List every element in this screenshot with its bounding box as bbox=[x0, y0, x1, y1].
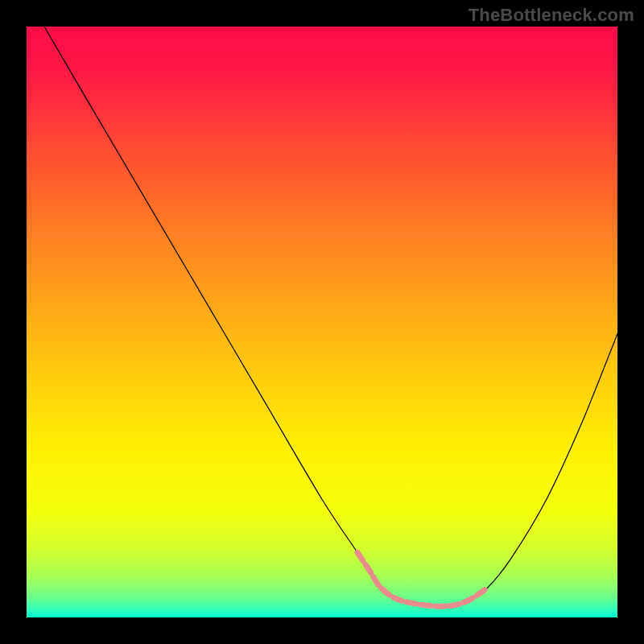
chart-svg bbox=[0, 0, 644, 644]
chart-frame: TheBottleneck.com bbox=[0, 0, 644, 644]
plot-background bbox=[27, 27, 617, 617]
watermark-text: TheBottleneck.com bbox=[469, 5, 634, 26]
